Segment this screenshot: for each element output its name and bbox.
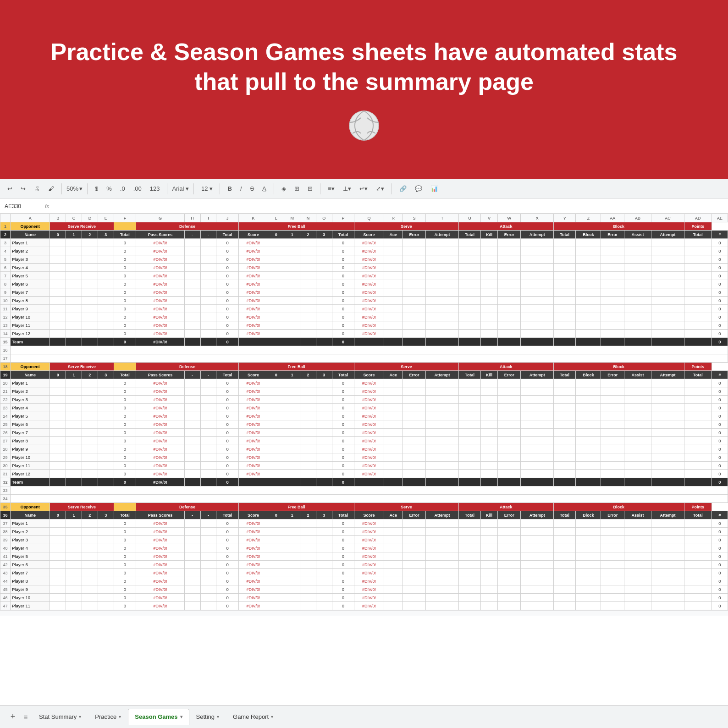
- zoom-control[interactable]: 50% ▾: [66, 185, 83, 192]
- paint-format-btn[interactable]: 🖌: [45, 184, 57, 193]
- col-a[interactable]: A: [11, 214, 50, 222]
- col-v[interactable]: V: [481, 214, 498, 222]
- s2-player3-row: 22Player 30#DIV/0!0#DIV/0!0#DIV/0!0: [0, 396, 728, 404]
- s1-p1-name[interactable]: Player 1: [11, 239, 50, 247]
- col-u[interactable]: U: [458, 214, 481, 222]
- col-i[interactable]: I: [200, 214, 216, 222]
- col-z[interactable]: Z: [576, 214, 601, 222]
- def-minus2-1: -: [200, 231, 216, 239]
- s1-p10-name[interactable]: Player 10: [11, 313, 50, 321]
- section2-opponent-row: 18 Opponent Serve Receive Defense Free B…: [0, 363, 728, 371]
- redo-btn[interactable]: ↪: [18, 184, 28, 193]
- col-s[interactable]: S: [403, 214, 426, 222]
- number-format-btn[interactable]: 123: [147, 184, 163, 193]
- col-q[interactable]: Q: [354, 214, 384, 222]
- fill-color-btn[interactable]: ◈: [279, 184, 289, 193]
- col-m[interactable]: M: [284, 214, 300, 222]
- separator-6: [274, 183, 274, 194]
- chart-btn[interactable]: 📊: [428, 184, 441, 193]
- s1-p8-name[interactable]: Player 8: [11, 297, 50, 305]
- cell-reference[interactable]: AE330: [5, 203, 41, 210]
- currency-btn[interactable]: $: [92, 184, 101, 193]
- serve-receive-header-1: Serve Receive: [50, 222, 114, 231]
- col-k[interactable]: K: [238, 214, 268, 222]
- sv-total-1: Total: [458, 231, 481, 239]
- col-n[interactable]: N: [300, 214, 316, 222]
- wrap-btn[interactable]: ↵▾: [357, 184, 370, 193]
- tab-setting-dropdown-icon[interactable]: ▾: [217, 714, 219, 719]
- percent-btn[interactable]: %: [104, 184, 115, 193]
- tab-season-games-dropdown-icon[interactable]: ▾: [180, 714, 182, 719]
- col-x[interactable]: X: [521, 214, 553, 222]
- fb-total-1: Total: [332, 231, 354, 239]
- s1-p7-name[interactable]: Player 7: [11, 288, 50, 297]
- s2-player10-row: 29Player 100#DIV/0!0#DIV/0!0#DIV/0!0: [0, 453, 728, 462]
- decimal-increase-btn[interactable]: .00: [131, 184, 144, 193]
- s1-p6-name[interactable]: Player 6: [11, 280, 50, 288]
- col-g[interactable]: G: [136, 214, 185, 222]
- rotate-btn[interactable]: ⤢▾: [373, 184, 387, 193]
- opponent-label-1[interactable]: Opponent: [11, 222, 50, 231]
- strikethrough-btn[interactable]: S: [247, 184, 257, 193]
- col-b[interactable]: B: [50, 214, 66, 222]
- align-btn[interactable]: ≡▾: [325, 184, 337, 193]
- sheet-list-button[interactable]: ≡: [19, 711, 32, 723]
- italic-btn[interactable]: I: [237, 184, 245, 193]
- tab-stat-summary[interactable]: Stat Summary ▾: [32, 709, 88, 725]
- opponent-label-3[interactable]: Opponent: [11, 503, 50, 511]
- col-r[interactable]: R: [384, 214, 403, 222]
- col-f[interactable]: F: [114, 214, 136, 222]
- bold-btn[interactable]: B: [225, 184, 234, 193]
- valign-btn[interactable]: ⊥▾: [340, 184, 354, 193]
- horizontal-scrollbar[interactable]: [0, 610, 728, 616]
- s3-player11-row: 47Player 110#DIV/0!0#DIV/0!0#DIV/0!0: [0, 602, 728, 610]
- col-ad[interactable]: AD: [684, 214, 711, 222]
- add-sheet-button[interactable]: +: [6, 711, 19, 723]
- font-size-selector[interactable]: 12 ▾: [199, 185, 215, 192]
- col-y[interactable]: Y: [553, 214, 576, 222]
- col-ac[interactable]: AC: [651, 214, 684, 222]
- tab-practice-dropdown-icon[interactable]: ▾: [119, 714, 121, 719]
- link-btn[interactable]: 🔗: [397, 184, 409, 193]
- font-selector[interactable]: Arial ▾: [172, 185, 189, 192]
- s1-p5-name[interactable]: Player 5: [11, 272, 50, 280]
- tab-stat-summary-dropdown-icon[interactable]: ▾: [79, 714, 81, 719]
- s1-p9-name[interactable]: Player 9: [11, 305, 50, 313]
- tab-practice[interactable]: Practice ▾: [88, 709, 128, 725]
- blk-block-1: Block: [576, 231, 601, 239]
- col-o[interactable]: O: [316, 214, 332, 222]
- s1-p4-name[interactable]: Player 4: [11, 264, 50, 272]
- col-p[interactable]: P: [332, 214, 354, 222]
- s1-p3-name[interactable]: Player 3: [11, 255, 50, 264]
- col-h[interactable]: H: [184, 214, 200, 222]
- col-ab[interactable]: AB: [624, 214, 651, 222]
- fb-2-1: 2: [300, 231, 316, 239]
- col-aa[interactable]: AA: [601, 214, 624, 222]
- decimal-decrease-btn[interactable]: .0: [117, 184, 128, 193]
- borders-btn[interactable]: ⊞: [292, 184, 302, 193]
- s1-p12-name[interactable]: Player 12: [11, 330, 50, 338]
- col-w[interactable]: W: [497, 214, 521, 222]
- comment-btn[interactable]: 💬: [412, 184, 425, 193]
- col-c[interactable]: C: [66, 214, 82, 222]
- text-color-btn[interactable]: A̲: [259, 184, 269, 193]
- s3-player2-row: 38Player 20#DIV/0!0#DIV/0!0#DIV/0!0: [0, 528, 728, 536]
- sr-2-1: 2: [82, 231, 98, 239]
- tab-game-report-dropdown-icon[interactable]: ▾: [271, 714, 273, 719]
- undo-btn[interactable]: ↩: [5, 184, 15, 193]
- col-j[interactable]: J: [216, 214, 239, 222]
- merge-btn[interactable]: ⊟: [305, 184, 315, 193]
- col-t[interactable]: T: [426, 214, 458, 222]
- tab-setting[interactable]: Setting ▾: [189, 709, 226, 725]
- col-l[interactable]: L: [268, 214, 284, 222]
- tab-season-games[interactable]: Season Games ▾: [128, 709, 189, 725]
- col-d[interactable]: D: [82, 214, 98, 222]
- print-btn[interactable]: 🖨: [31, 184, 43, 193]
- opponent-label-2[interactable]: Opponent: [11, 363, 50, 371]
- col-ae[interactable]: AE: [711, 214, 728, 222]
- tab-game-report[interactable]: Game Report ▾: [226, 709, 280, 725]
- s1-p11-name[interactable]: Player 11: [11, 321, 50, 330]
- s1-p2-name[interactable]: Player 2: [11, 247, 50, 255]
- tab-bar: + ≡ Stat Summary ▾ Practice ▾ Season Gam…: [0, 705, 728, 728]
- col-e[interactable]: E: [98, 214, 114, 222]
